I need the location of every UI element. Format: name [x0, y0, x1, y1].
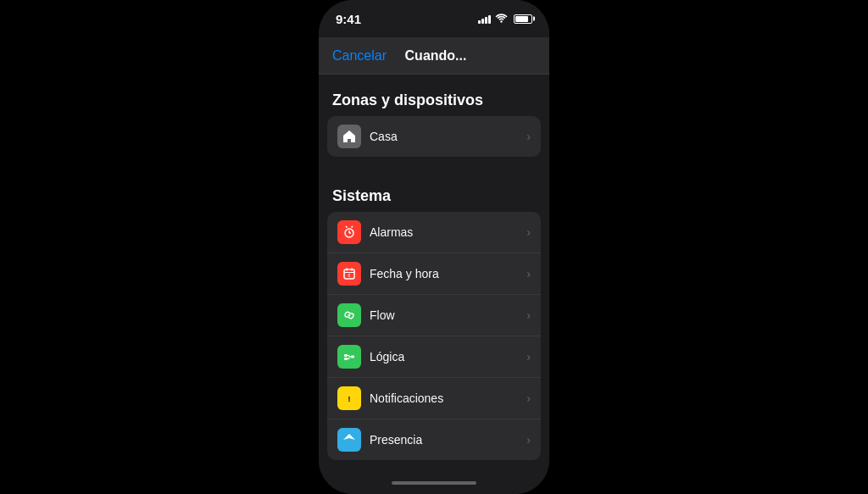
- home-bar: [319, 472, 549, 494]
- logica-icon: [337, 345, 361, 369]
- casa-chevron-icon: ›: [526, 130, 531, 143]
- svg-point-0: [500, 20, 502, 22]
- cancel-button[interactable]: Cancelar: [332, 48, 387, 64]
- presencia-chevron-icon: ›: [526, 433, 531, 447]
- alarmas-chevron-icon: ›: [526, 225, 531, 239]
- svg-rect-12: [344, 354, 348, 357]
- svg-text:8: 8: [348, 273, 351, 278]
- list-group-zones: Casa ›: [327, 116, 541, 157]
- logica-label: Lógica: [370, 350, 526, 364]
- list-item-flow[interactable]: Flow ›: [327, 295, 541, 336]
- flow-label: Flow: [370, 308, 526, 322]
- wifi-icon: [495, 13, 508, 25]
- alarmas-label: Alarmas: [370, 225, 526, 239]
- logica-chevron-icon: ›: [526, 350, 531, 364]
- presencia-label: Presencia: [370, 433, 526, 447]
- svg-line-5: [352, 226, 353, 228]
- fecha-chevron-icon: ›: [526, 267, 531, 280]
- svg-point-11: [348, 314, 351, 317]
- signal-bars-icon: [478, 14, 491, 24]
- home-indicator: [392, 481, 476, 485]
- flow-icon: [337, 303, 361, 327]
- casa-icon: [337, 125, 361, 148]
- status-icons: [478, 13, 532, 25]
- notificaciones-label: Notificaciones: [370, 391, 526, 405]
- phone-frame: 9:41 Cancelar Cuando...: [319, 0, 549, 494]
- list-group-system: Alarmas › 8 Fecha y hora ›: [327, 212, 541, 460]
- fecha-icon: 8: [337, 262, 361, 286]
- nav-title: Cuando...: [405, 48, 467, 64]
- list-item-alarmas[interactable]: Alarmas ›: [327, 212, 541, 253]
- svg-line-4: [346, 226, 348, 228]
- fecha-label: Fecha y hora: [370, 267, 526, 280]
- notificaciones-chevron-icon: ›: [526, 391, 531, 405]
- battery-icon: [514, 14, 532, 24]
- status-bar: 9:41: [319, 0, 549, 37]
- list-item-presencia[interactable]: Presencia ›: [327, 419, 541, 460]
- flow-chevron-icon: ›: [526, 308, 531, 322]
- svg-rect-14: [351, 356, 354, 358]
- svg-text:!: !: [348, 395, 351, 403]
- presencia-icon: [337, 428, 361, 452]
- notificaciones-icon: !: [337, 386, 361, 410]
- list-item-notificaciones[interactable]: ! Notificaciones ›: [327, 378, 541, 419]
- list-item-logica[interactable]: Lógica ›: [327, 336, 541, 378]
- main-content: Zonas y dispositivos Casa › Sistema: [319, 75, 549, 472]
- alarmas-icon: [337, 220, 361, 244]
- list-item-casa[interactable]: Casa ›: [327, 116, 541, 157]
- section-header-zones: Zonas y dispositivos: [319, 75, 549, 116]
- section-header-system: Sistema: [319, 170, 549, 212]
- nav-bar: Cancelar Cuando...: [319, 37, 549, 75]
- casa-label: Casa: [370, 130, 526, 143]
- svg-rect-13: [344, 358, 348, 360]
- status-time: 9:41: [336, 12, 361, 26]
- list-item-fecha[interactable]: 8 Fecha y hora ›: [327, 253, 541, 295]
